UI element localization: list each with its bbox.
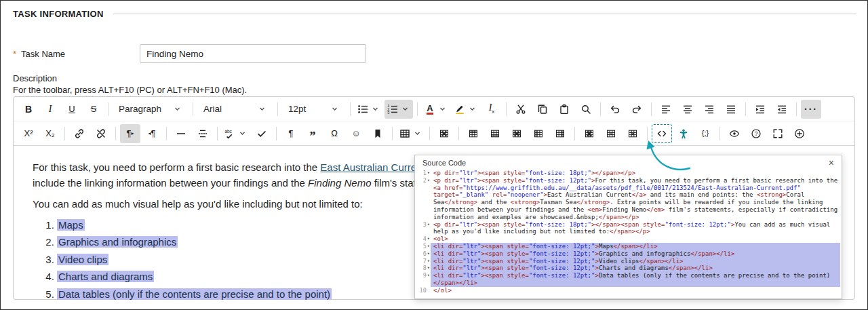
remove-link-button[interactable] [91, 124, 111, 143]
clear-formatting-button[interactable]: Ix [481, 100, 502, 119]
blockquote-button[interactable]: ” [302, 124, 323, 143]
superscript-button[interactable]: X² [18, 124, 39, 143]
content-text: include the linking information between … [33, 177, 308, 189]
code-line: 2▾<p dir="ltr"><span style="font-size: 1… [415, 177, 840, 221]
more-icon: ··· [804, 104, 818, 115]
table-icon [399, 128, 410, 139]
splitcell-icon [627, 128, 638, 139]
insert-column-after-button[interactable] [550, 124, 570, 143]
redo-button[interactable] [627, 100, 647, 119]
delete-row-button[interactable] [507, 124, 527, 143]
task-name-label: Task Name [21, 49, 65, 59]
code-line: 5▾<li dir="ltr"><span style="font-size: … [415, 243, 840, 250]
dialog-close-button[interactable]: × [827, 158, 835, 168]
table-button[interactable] [397, 124, 425, 143]
toolbar-separator [600, 102, 601, 116]
fold-arrow-icon[interactable]: ▾ [427, 265, 430, 272]
codesample-icon: {;} [700, 128, 711, 139]
bullet-list-button[interactable] [355, 100, 383, 119]
align-center-button[interactable] [677, 100, 698, 119]
font-family-select[interactable]: Arial [197, 100, 273, 119]
ltr-button[interactable]: ¶▸ [120, 124, 140, 143]
merge-cells-button[interactable] [601, 124, 621, 143]
ol-icon: 123 [387, 104, 398, 115]
fold-arrow-icon[interactable]: ▾ [427, 250, 430, 258]
paste-button[interactable] [554, 100, 574, 119]
more-toolbar-button[interactable]: ··· [801, 100, 821, 119]
insert-link-button[interactable] [69, 124, 90, 143]
subscript-button[interactable]: X₂ [40, 124, 60, 143]
horizontal-line-button[interactable] [171, 124, 191, 143]
page-break-button[interactable] [193, 124, 213, 143]
help-button[interactable]: ? [746, 124, 766, 143]
fold-arrow-icon[interactable]: ▾ [427, 258, 430, 265]
check-icon [256, 128, 267, 139]
code-line: 10▾</ol> [415, 287, 840, 294]
fold-arrow-icon[interactable]: ▾ [427, 221, 430, 229]
text-color-button[interactable]: A [422, 100, 450, 119]
align-right-button[interactable] [699, 100, 719, 119]
search-button[interactable] [576, 100, 596, 119]
list-item-text: Video clips [57, 254, 108, 265]
indent-button[interactable] [750, 100, 770, 119]
textcolor-icon: A [425, 104, 435, 115]
undo-button[interactable] [605, 100, 625, 119]
undo-icon [610, 104, 620, 115]
line-number: 6▾ [415, 250, 431, 258]
copy-button[interactable] [532, 100, 553, 119]
fold-arrow-icon[interactable]: ▾ [427, 170, 430, 177]
special-character-button[interactable]: Ω [324, 124, 344, 143]
task-name-input[interactable] [140, 44, 366, 63]
source-code-button[interactable] [652, 124, 672, 143]
check-button[interactable] [252, 124, 272, 143]
section-title: TASK INFORMATION [13, 9, 104, 19]
toolbar-separator [429, 127, 430, 140]
fold-arrow-icon[interactable]: ▾ [427, 177, 430, 185]
underline-icon: U [66, 104, 77, 115]
underline-button[interactable]: U [62, 100, 82, 119]
code-line: 4▾<ol> [415, 235, 840, 243]
content-link[interactable]: East Australian Current [320, 161, 425, 173]
anchor-button[interactable] [368, 124, 388, 143]
delete-table-button[interactable] [434, 124, 454, 143]
insert-row-above-button[interactable] [463, 124, 484, 143]
bold-button[interactable]: B [18, 100, 39, 119]
list-item-text: Charts and diagrams [57, 271, 154, 282]
ul-icon [357, 104, 368, 115]
spellcheck-button[interactable]: abc [222, 124, 250, 143]
line-number: 10▾ [415, 287, 431, 294]
fold-arrow-icon[interactable]: ▾ [427, 243, 430, 250]
insert-column-before-button[interactable] [528, 124, 549, 143]
show-formatting-button[interactable]: ¶ [281, 124, 301, 143]
outdent-button[interactable] [772, 100, 792, 119]
rtl-button[interactable]: ◂¶ [142, 124, 162, 143]
source-code-area[interactable]: 1▾<p dir="ltr"><span style="font-size: 1… [415, 169, 842, 298]
align-left-button[interactable] [656, 100, 676, 119]
numbered-list-button[interactable]: 123 [384, 100, 413, 119]
fold-arrow-icon[interactable]: ▾ [427, 272, 430, 279]
code-sample-button[interactable]: {;} [695, 124, 715, 143]
paragraph-style-select[interactable]: Paragraph [113, 100, 189, 119]
highlight-color-button[interactable] [452, 100, 480, 119]
outdent-icon [776, 104, 787, 115]
cut-button[interactable] [511, 100, 531, 119]
delete-column-button[interactable] [579, 124, 599, 143]
emoticons-button[interactable]: ☺ [346, 124, 366, 143]
insert-row-below-button[interactable] [485, 124, 505, 143]
preview-button[interactable] [724, 124, 745, 143]
fold-arrow-icon[interactable]: ▾ [427, 235, 430, 243]
fullscreen-icon [772, 128, 783, 139]
section-divider [113, 14, 856, 14]
chevron-down-icon [172, 104, 182, 115]
italic-button[interactable]: I [40, 100, 60, 119]
font-size-select[interactable]: 12pt [282, 100, 346, 119]
emoji-icon: ☺ [351, 128, 361, 139]
accessibility-checker-button[interactable] [673, 124, 694, 143]
justify-button[interactable] [721, 100, 741, 119]
rowafter-icon [490, 128, 500, 139]
fullscreen-button[interactable] [768, 124, 788, 143]
strikethrough-button[interactable]: S [83, 100, 104, 119]
split-cell-button[interactable] [623, 124, 643, 143]
add-content-button[interactable] [789, 124, 810, 143]
description-label: Description [13, 73, 57, 83]
